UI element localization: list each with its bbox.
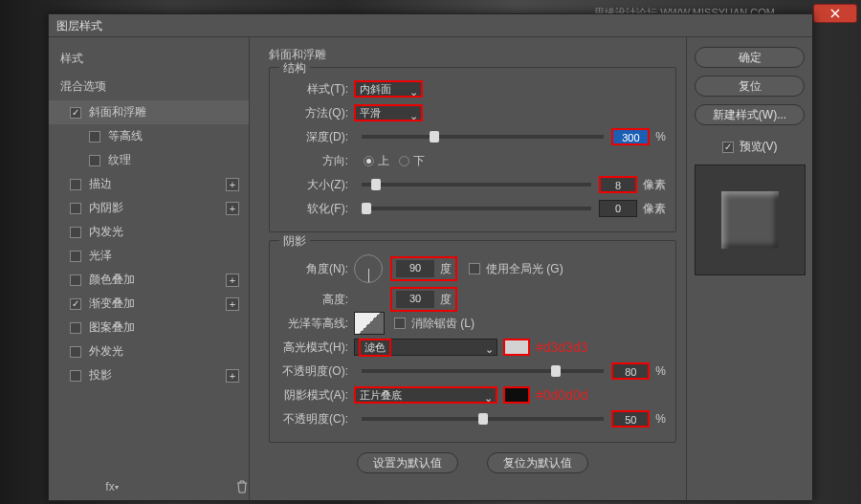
sidebar-item-6[interactable]: 光泽 [49, 244, 249, 268]
altitude-input[interactable]: 30 [396, 291, 434, 308]
angle-unit: 度 [440, 261, 452, 277]
shadow-mode-select[interactable]: 正片叠底⌄ [354, 386, 497, 404]
sidebar-item-10[interactable]: 外发光 [49, 340, 249, 363]
make-default-button[interactable]: 设置为默认值 [357, 452, 458, 473]
antialias-label: 消除锯齿 (L) [411, 316, 475, 332]
depth-input[interactable]: 300 [611, 128, 650, 145]
chevron-down-icon: ⌄ [485, 343, 494, 356]
shadow-color-swatch[interactable] [503, 386, 530, 404]
size-slider[interactable] [362, 183, 591, 186]
shadow-opacity-slider[interactable] [362, 417, 604, 421]
dialog-title: 图层样式 [49, 14, 812, 37]
new-style-button[interactable]: 新建样式(W)... [695, 104, 805, 125]
sidebar-item-2[interactable]: 纹理 [49, 148, 249, 172]
direction-up-radio[interactable] [364, 156, 374, 166]
sidebar-item-9[interactable]: 图案叠加 [49, 316, 249, 340]
highlight-mode-select[interactable]: 滤色⌄ [354, 339, 497, 356]
sidebar-checkbox[interactable] [70, 322, 81, 334]
sidebar-checkbox[interactable] [70, 227, 81, 238]
direction-up-label: 上 [378, 153, 389, 169]
styles-sidebar: 样式 混合选项 斜面和浮雕等高线纹理描边+内阴影+内发光光泽颜色叠加+渐变叠加+… [49, 37, 250, 500]
style-label: 样式(T): [279, 81, 354, 98]
chevron-down-icon: ⌄ [409, 86, 418, 99]
sidebar-item-11[interactable]: 投影+ [49, 363, 249, 387]
plus-icon[interactable]: + [226, 274, 239, 287]
sidebar-item-4[interactable]: 内阴影+ [49, 196, 249, 220]
fx-icon[interactable]: fx▾ [104, 479, 120, 494]
method-label: 方法(Q): [279, 105, 354, 121]
panel-title: 斜面和浮雕 [269, 47, 676, 63]
sidebar-item-7[interactable]: 颜色叠加+ [49, 268, 249, 292]
sidebar-item-3[interactable]: 描边+ [49, 172, 249, 196]
antialias-checkbox[interactable] [394, 318, 406, 329]
ok-button[interactable]: 确定 [695, 47, 805, 68]
close-icon [830, 9, 840, 18]
preview-checkbox[interactable] [722, 142, 734, 153]
sidebar-item-8[interactable]: 渐变叠加+ [49, 292, 249, 316]
size-unit: 像素 [643, 177, 666, 193]
soften-slider[interactable] [362, 207, 591, 210]
altitude-unit: 度 [440, 292, 452, 308]
shadow-mode-label: 阴影模式(A): [279, 387, 354, 404]
preview-box [695, 164, 806, 275]
sidebar-checkbox[interactable] [70, 203, 81, 214]
style-select[interactable]: 内斜面⌄ [354, 80, 423, 98]
angle-label: 角度(N): [279, 261, 354, 277]
sidebar-item-label: 等高线 [108, 128, 143, 144]
highlight-opacity-unit: % [655, 364, 666, 378]
highlight-opacity-slider[interactable] [362, 369, 604, 373]
depth-unit: % [655, 130, 666, 143]
sidebar-item-label: 内阴影 [89, 200, 123, 216]
global-light-checkbox[interactable] [469, 263, 480, 274]
cancel-button[interactable]: 复位 [695, 76, 805, 97]
preview-label: 预览(V) [740, 139, 778, 155]
size-input[interactable]: 8 [599, 176, 637, 193]
highlight-color-swatch[interactable] [503, 339, 530, 356]
sidebar-item-5[interactable]: 内发光 [49, 220, 249, 244]
trash-icon[interactable] [234, 479, 250, 494]
gloss-contour-label: 光泽等高线: [279, 316, 354, 332]
right-column: 确定 复位 新建样式(W)... 预览(V) [686, 37, 812, 500]
structure-group: 结构 样式(T): 内斜面⌄ 方法(Q): 平滑⌄ 深度(D): 300 % 方… [269, 67, 676, 232]
sidebar-checkbox[interactable] [70, 346, 81, 358]
plus-icon[interactable]: + [226, 297, 239, 311]
sidebar-checkbox[interactable] [70, 107, 81, 119]
sidebar-checkbox[interactable] [70, 251, 81, 262]
angle-input[interactable]: 90 [396, 260, 434, 277]
angle-wheel[interactable] [354, 254, 383, 283]
main-panel: 斜面和浮雕 结构 样式(T): 内斜面⌄ 方法(Q): 平滑⌄ 深度(D): 3… [250, 37, 686, 500]
global-light-label: 使用全局光 (G) [486, 261, 563, 277]
method-select[interactable]: 平滑⌄ [354, 104, 423, 121]
sidebar-item-0[interactable]: 斜面和浮雕 [49, 100, 249, 124]
sidebar-checkbox[interactable] [89, 155, 100, 166]
plus-icon[interactable]: + [226, 369, 239, 383]
sidebar-item-label: 渐变叠加 [89, 296, 135, 312]
chevron-down-icon: ⌄ [484, 392, 493, 405]
direction-down-radio[interactable] [399, 156, 409, 166]
sidebar-item-label: 斜面和浮雕 [89, 104, 146, 121]
sidebar-checkbox[interactable] [70, 370, 81, 382]
highlight-opacity-input[interactable]: 80 [611, 362, 650, 380]
sidebar-checkbox[interactable] [70, 179, 81, 190]
soften-label: 软化(F): [279, 201, 354, 217]
sidebar-item-label: 纹理 [108, 152, 131, 168]
sidebar-checkbox[interactable] [70, 298, 81, 310]
shadow-opacity-unit: % [655, 412, 666, 426]
sidebar-heading-blend[interactable]: 混合选项 [49, 73, 249, 100]
soften-input[interactable]: 0 [599, 200, 637, 217]
sidebar-item-1[interactable]: 等高线 [49, 124, 249, 148]
chevron-down-icon: ⌄ [409, 110, 418, 122]
depth-slider[interactable] [362, 135, 604, 139]
sidebar-heading-styles[interactable]: 样式 [49, 45, 249, 73]
size-label: 大小(Z): [279, 177, 354, 193]
plus-icon[interactable]: + [226, 178, 239, 191]
plus-icon[interactable]: + [226, 202, 239, 215]
highlight-mode-label: 高光模式(H): [279, 340, 354, 356]
reset-default-button[interactable]: 复位为默认值 [487, 452, 588, 473]
gloss-contour-picker[interactable] [354, 312, 385, 335]
sidebar-checkbox[interactable] [70, 274, 81, 286]
shadow-opacity-input[interactable]: 50 [611, 410, 650, 427]
window-close-button[interactable] [813, 4, 857, 23]
sidebar-checkbox[interactable] [89, 131, 100, 142]
sidebar-item-label: 图案叠加 [89, 319, 135, 336]
